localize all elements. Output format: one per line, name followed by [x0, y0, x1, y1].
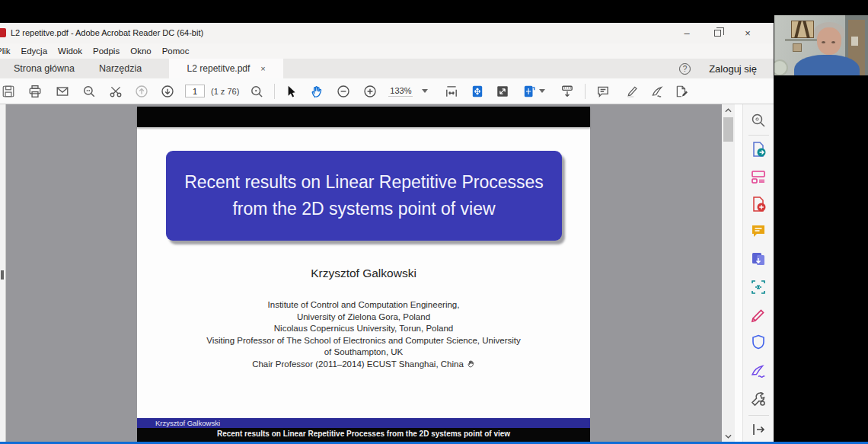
tools-pane-edge: [735, 104, 742, 442]
affiliation-line: Visiting Professor of The School of Elec…: [137, 335, 590, 347]
close-icon: ×: [745, 27, 751, 39]
affiliation-line: Institute of Control and Computation Eng…: [137, 299, 590, 311]
slide-top-bar: [137, 107, 590, 127]
menu-plik[interactable]: Plik: [0, 46, 11, 56]
affiliation-line: University of Zielona Gora, Poland: [137, 311, 590, 324]
zoom-level-value[interactable]: 133%: [388, 86, 413, 97]
help-button[interactable]: ?: [679, 63, 691, 75]
slide-title-box: Recent results on Linear Repetitive Proc…: [166, 151, 562, 241]
combine-files-icon[interactable]: [750, 251, 767, 267]
restore-button[interactable]: [702, 23, 732, 43]
next-page-icon[interactable]: [161, 85, 174, 98]
person-shirt: [794, 55, 860, 75]
organize-pages-icon[interactable]: [750, 168, 767, 185]
webcam-video: [774, 15, 868, 75]
page-width-icon[interactable]: [445, 85, 458, 98]
tab-tools[interactable]: Narzędzia: [88, 59, 152, 78]
tab-document[interactable]: L2 repetitve.pdf ×: [169, 59, 283, 78]
minimize-icon: –: [684, 27, 689, 39]
more-tools-icon[interactable]: [750, 391, 767, 407]
protect-pdf-icon[interactable]: [750, 334, 767, 350]
scroll-down-icon[interactable]: [722, 430, 735, 442]
scrollbar-thumb[interactable]: [723, 117, 733, 142]
pdf-page: Recent results on Linear Repetitive Proc…: [137, 107, 590, 442]
slide-footer-title-bar: Recent results on Linear Repetitive Proc…: [137, 428, 590, 442]
marquee-zoom-icon[interactable]: [250, 85, 263, 98]
email-icon[interactable]: [56, 85, 69, 98]
scroll-up-icon[interactable]: [722, 104, 735, 116]
document-area: Recent results on Linear Repetitive Proc…: [0, 104, 774, 442]
highlight-icon[interactable]: [625, 85, 639, 98]
select-tool-icon[interactable]: [284, 85, 298, 98]
save-icon[interactable]: [2, 85, 15, 98]
nav-pane-collapsed[interactable]: [0, 104, 6, 442]
fill-and-sign-tool-icon[interactable]: [750, 306, 767, 323]
person-face: [817, 27, 841, 55]
shelf: [785, 39, 819, 41]
tab-bar: Strona główna Narzędzia L2 repetitve.pdf…: [0, 59, 774, 78]
hand-tool-icon[interactable]: [310, 85, 324, 98]
menu-edycja[interactable]: Edycja: [21, 46, 48, 56]
page-count-label: (1 z 76): [211, 87, 239, 96]
person-eye: [831, 41, 835, 43]
zoom-dropdown-caret[interactable]: [422, 89, 428, 93]
page-number-input[interactable]: 1: [185, 85, 205, 97]
main-toolbar: 1 (1 z 76) 133%: [0, 78, 774, 104]
small-box: [793, 43, 802, 52]
slide-title: Recent results on Linear Repetitive Proc…: [182, 169, 546, 222]
scroll-mode-icon[interactable]: [560, 85, 574, 98]
fit-one-page-icon[interactable]: [471, 85, 484, 98]
window-title: L2 repetitve.pdf - Adobe Acrobat Reader …: [11, 28, 203, 37]
close-button[interactable]: ×: [732, 23, 763, 43]
person-eye: [822, 41, 825, 43]
menu-pomoc[interactable]: Pomoc: [162, 46, 190, 56]
print-icon[interactable]: [28, 85, 42, 98]
hand-cursor-icon: [467, 359, 475, 369]
comment-tool-icon[interactable]: [750, 222, 767, 239]
expand-pane-icon[interactable]: [750, 421, 767, 438]
slide-affiliations: Institute of Control and Computation Eng…: [137, 299, 590, 371]
page-display-icon[interactable]: [522, 85, 536, 98]
snapshot-icon[interactable]: [109, 85, 123, 98]
video-frame: L2 repetitve.pdf - Adobe Acrobat Reader …: [0, 0, 868, 444]
affiliation-line: Chair Professor (2011–2014) ECUST Shangh…: [137, 359, 590, 371]
fullscreen-icon[interactable]: [496, 85, 509, 98]
vertical-scrollbar[interactable]: [722, 104, 735, 442]
help-icon: ?: [683, 65, 688, 73]
slide-author: Krzysztof Galkowski: [137, 267, 590, 280]
acrobat-window: L2 repetitve.pdf - Adobe Acrobat Reader …: [0, 23, 774, 442]
affiliation-line: of Southampton, UK: [137, 347, 590, 359]
minimize-button[interactable]: –: [672, 23, 702, 43]
restore-icon: [714, 30, 721, 37]
e-sign-icon[interactable]: [750, 363, 767, 379]
tab-document-label: L2 repetitve.pdf: [187, 63, 251, 74]
fill-and-sign-icon[interactable]: [675, 85, 688, 98]
zoom-in-icon[interactable]: [363, 85, 377, 98]
create-pdf-icon[interactable]: [750, 196, 767, 212]
compress-pdf-icon[interactable]: [750, 279, 767, 295]
comment-icon[interactable]: [596, 85, 610, 98]
search-tools-icon[interactable]: [750, 112, 767, 129]
sign-in-button[interactable]: Zaloguj się: [709, 63, 757, 75]
zoom-out-icon[interactable]: [337, 85, 350, 98]
page-display-caret[interactable]: [539, 89, 545, 93]
tools-pane: [742, 104, 774, 442]
menu-podpis[interactable]: Podpis: [93, 46, 120, 56]
slide-footer-author-bar: Krzysztof Galkowski: [137, 418, 590, 428]
acrobat-app-icon: [0, 28, 6, 37]
export-pdf-icon[interactable]: [750, 141, 767, 158]
menu-okno[interactable]: Okno: [130, 46, 152, 56]
menu-widok[interactable]: Widok: [58, 46, 82, 56]
sign-icon[interactable]: [650, 85, 664, 98]
nav-pane-handle[interactable]: [1, 270, 4, 279]
storage-box: [791, 21, 814, 38]
menu-bar: Plik Edycja Widok Podpis Okno Pomoc: [0, 43, 774, 59]
search-icon[interactable]: [82, 85, 96, 98]
fan: [774, 59, 788, 75]
tab-close-icon[interactable]: ×: [260, 64, 265, 73]
title-bar: L2 repetitve.pdf - Adobe Acrobat Reader …: [0, 23, 774, 43]
affiliation-line: Nicolaus Copernicus University, Torun, P…: [137, 323, 590, 335]
previous-page-icon[interactable]: [135, 85, 148, 98]
tab-home[interactable]: Strona główna: [3, 59, 85, 78]
